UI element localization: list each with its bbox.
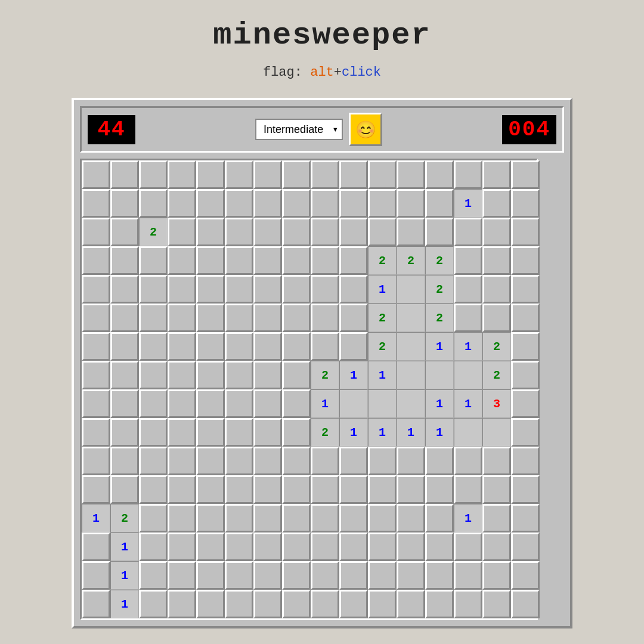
cell[interactable] [225, 475, 253, 504]
cell[interactable]: 2 [425, 246, 454, 275]
cell[interactable] [282, 475, 311, 504]
cell[interactable] [339, 532, 368, 561]
cell[interactable] [225, 504, 253, 532]
cell[interactable] [196, 160, 225, 189]
cell[interactable] [282, 590, 311, 618]
cell[interactable] [225, 447, 253, 475]
cell[interactable] [311, 475, 339, 504]
cell[interactable] [196, 590, 225, 618]
cell[interactable]: 1 [110, 532, 139, 561]
cell[interactable] [139, 275, 168, 304]
cell[interactable] [82, 218, 110, 246]
cell[interactable] [311, 160, 339, 189]
cell[interactable] [425, 561, 454, 590]
cell[interactable]: 1 [110, 561, 139, 590]
cell[interactable] [368, 504, 397, 532]
cell[interactable] [82, 332, 110, 361]
cell[interactable] [253, 504, 282, 532]
cell[interactable] [454, 361, 482, 389]
cell[interactable] [482, 475, 511, 504]
cell[interactable] [311, 275, 339, 304]
cell[interactable] [482, 504, 511, 532]
cell[interactable] [311, 561, 339, 590]
cell[interactable] [282, 304, 311, 332]
cell[interactable] [397, 475, 425, 504]
cell[interactable] [511, 475, 540, 504]
cell[interactable] [454, 304, 482, 332]
cell[interactable] [425, 447, 454, 475]
cell[interactable] [110, 361, 139, 389]
cell[interactable]: 2 [311, 361, 339, 389]
cell[interactable] [253, 246, 282, 275]
cell[interactable] [253, 590, 282, 618]
cell[interactable] [225, 532, 253, 561]
cell[interactable] [425, 189, 454, 218]
cell[interactable]: 2 [397, 246, 425, 275]
cell[interactable] [196, 304, 225, 332]
cell[interactable] [339, 561, 368, 590]
cell[interactable]: 2 [425, 275, 454, 304]
cell[interactable] [397, 304, 425, 332]
cell[interactable] [168, 389, 196, 418]
cell[interactable] [511, 561, 540, 590]
cell[interactable] [139, 189, 168, 218]
cell[interactable] [110, 304, 139, 332]
cell[interactable]: 1 [82, 504, 110, 532]
cell[interactable] [482, 561, 511, 590]
cell[interactable] [82, 475, 110, 504]
cell[interactable] [368, 475, 397, 504]
cell[interactable] [282, 246, 311, 275]
cell[interactable] [311, 218, 339, 246]
cell[interactable] [339, 447, 368, 475]
cell[interactable] [282, 504, 311, 532]
cell[interactable]: 1 [425, 389, 454, 418]
cell[interactable] [425, 590, 454, 618]
cell[interactable] [110, 332, 139, 361]
cell[interactable] [339, 189, 368, 218]
cell[interactable] [282, 561, 311, 590]
cell[interactable] [168, 561, 196, 590]
cell[interactable] [225, 189, 253, 218]
cell[interactable] [282, 389, 311, 418]
cell[interactable] [368, 447, 397, 475]
cell[interactable] [82, 361, 110, 389]
cell[interactable] [368, 561, 397, 590]
cell[interactable] [225, 160, 253, 189]
cell[interactable] [196, 189, 225, 218]
cell[interactable] [425, 532, 454, 561]
cell[interactable] [511, 189, 540, 218]
cell[interactable] [511, 361, 540, 389]
cell[interactable] [225, 304, 253, 332]
cell[interactable] [82, 447, 110, 475]
cell[interactable] [139, 304, 168, 332]
cell[interactable] [82, 275, 110, 304]
cell[interactable] [225, 246, 253, 275]
cell[interactable] [168, 418, 196, 447]
cell[interactable] [339, 218, 368, 246]
cell[interactable]: 1 [339, 361, 368, 389]
cell[interactable]: 1 [110, 590, 139, 618]
cell[interactable] [110, 389, 139, 418]
cell[interactable] [425, 160, 454, 189]
cell[interactable] [368, 189, 397, 218]
cell[interactable] [454, 561, 482, 590]
cell[interactable] [339, 475, 368, 504]
cell[interactable] [196, 475, 225, 504]
cell[interactable] [110, 447, 139, 475]
cell[interactable] [511, 304, 540, 332]
cell[interactable] [168, 304, 196, 332]
cell[interactable] [139, 332, 168, 361]
cell[interactable] [168, 218, 196, 246]
cell[interactable] [196, 246, 225, 275]
cell[interactable] [454, 218, 482, 246]
cell[interactable] [253, 275, 282, 304]
cell[interactable] [454, 532, 482, 561]
cell[interactable] [253, 361, 282, 389]
cell[interactable] [110, 189, 139, 218]
cell[interactable] [425, 475, 454, 504]
cell[interactable] [253, 561, 282, 590]
cell[interactable] [196, 532, 225, 561]
difficulty-select[interactable]: BeginnerIntermediateExpert [255, 119, 343, 140]
cell[interactable]: 1 [368, 361, 397, 389]
cell[interactable] [482, 275, 511, 304]
